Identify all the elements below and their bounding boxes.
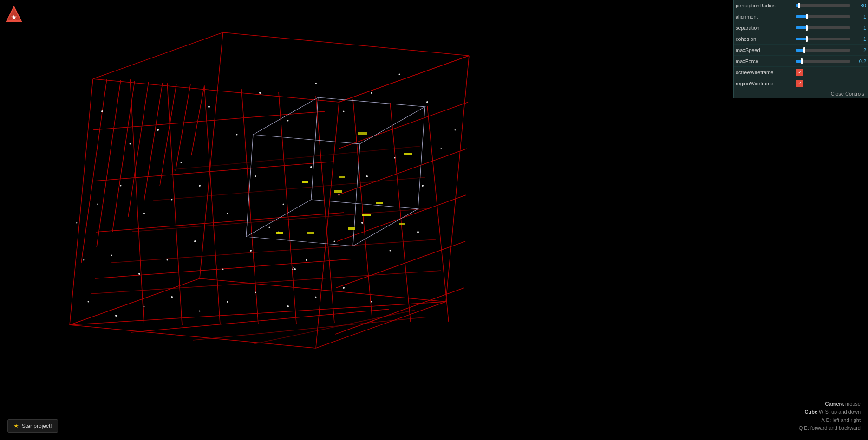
svg-point-95 (287, 305, 289, 307)
svg-rect-101 (358, 132, 367, 135)
star-project-button[interactable]: ★ Star project! (7, 419, 58, 433)
controls-panel: perceptionRadius30alignment1separation1c… (733, 0, 868, 98)
svg-rect-103 (334, 190, 342, 193)
slider-track-alignment[interactable] (796, 15, 850, 18)
slider-fill-cohesion (796, 38, 807, 40)
svg-rect-106 (307, 232, 314, 234)
control-checkbox-octreeWireframe[interactable]: ✓ (796, 69, 803, 76)
svg-line-13 (91, 271, 441, 294)
svg-marker-4 (93, 32, 469, 102)
svg-line-35 (93, 111, 325, 130)
svg-point-59 (315, 83, 317, 84)
svg-line-37 (96, 213, 344, 232)
svg-point-84 (334, 241, 335, 242)
svg-point-89 (115, 315, 117, 317)
svg-point-63 (426, 101, 428, 103)
qe-line: Q E: forward and backward (799, 424, 861, 433)
svg-line-10 (193, 317, 427, 340)
control-value-maxForce: 0.2 (852, 58, 866, 64)
slider-track-maxForce[interactable] (796, 60, 850, 63)
svg-point-67 (199, 185, 201, 187)
svg-point-62 (399, 74, 400, 75)
svg-point-93 (227, 301, 228, 303)
slider-thumb-alignment (806, 14, 808, 19)
svg-point-100 (269, 227, 270, 228)
control-label-perceptionRadius: perceptionRadius (736, 3, 796, 8)
svg-point-69 (255, 175, 256, 177)
slider-thumb-perceptionRadius (798, 3, 800, 8)
svg-point-94 (255, 292, 256, 293)
svg-line-21 (241, 89, 258, 324)
slider-track-maxSpeed[interactable] (796, 49, 850, 52)
svg-rect-110 (276, 232, 283, 234)
control-row-maxSpeed: maxSpeed2 (734, 45, 868, 56)
svg-point-74 (394, 157, 396, 159)
svg-point-99 (294, 268, 296, 270)
control-value-maxSpeed: 2 (852, 47, 866, 53)
svg-point-53 (157, 129, 159, 131)
svg-rect-102 (404, 153, 412, 155)
camera-line: Camera mouse (799, 400, 861, 408)
svg-point-66 (171, 199, 173, 201)
svg-line-14 (111, 239, 436, 263)
camera-key: Camera (825, 401, 844, 407)
slider-thumb-cohesion (806, 36, 808, 42)
slider-thumb-separation (806, 25, 808, 31)
cube-key: Cube (805, 409, 818, 414)
checkmark-regionWireframe: ✓ (798, 81, 802, 86)
control-label-regionWireframe: regionWireframe (736, 81, 796, 86)
svg-point-65 (143, 213, 145, 214)
slider-track-cohesion[interactable] (796, 38, 850, 40)
svg-point-116 (455, 129, 456, 131)
svg-point-57 (259, 92, 261, 94)
control-row-alignment: alignment1 (734, 11, 868, 22)
svg-point-61 (371, 92, 372, 94)
control-checkbox-regionWireframe[interactable]: ✓ (796, 80, 803, 87)
svg-point-71 (310, 166, 312, 168)
svg-point-51 (101, 110, 103, 112)
svg-point-90 (144, 306, 145, 307)
svg-point-77 (138, 273, 140, 275)
svg-point-79 (194, 240, 196, 242)
svg-line-40 (339, 102, 468, 149)
control-label-cohesion: cohesion (736, 36, 796, 42)
svg-point-55 (208, 106, 210, 108)
svg-line-28 (97, 80, 121, 247)
camera-mouse: mouse (845, 401, 861, 407)
svg-point-60 (343, 111, 345, 112)
svg-point-78 (167, 259, 168, 261)
svg-point-80 (222, 269, 224, 270)
svg-point-112 (76, 222, 78, 224)
control-slider-wrap-maxSpeed: 2 (796, 47, 866, 53)
slider-track-separation[interactable] (796, 26, 850, 29)
svg-point-114 (97, 204, 98, 205)
control-slider-wrap-alignment: 1 (796, 14, 866, 19)
svg-rect-107 (348, 227, 355, 230)
slider-thumb-maxForce (801, 58, 803, 64)
svg-point-73 (366, 175, 368, 177)
svg-point-83 (306, 259, 307, 261)
control-slider-wrap-cohesion: 1 (796, 36, 866, 42)
slider-thumb-maxSpeed (803, 47, 805, 53)
svg-line-11 (254, 310, 415, 344)
star-icon: ★ (13, 422, 19, 429)
svg-line-16 (153, 177, 425, 201)
svg-line-44 (335, 288, 464, 334)
svg-point-52 (130, 143, 131, 145)
control-label-alignment: alignment (736, 14, 796, 19)
control-row-separation: separation1 (734, 22, 868, 33)
control-row-octreeWireframe: octreeWireframe✓ (734, 67, 868, 78)
svg-line-41 (338, 149, 467, 195)
svg-point-76 (111, 255, 112, 256)
svg-point-87 (417, 231, 419, 233)
close-controls-button[interactable]: Close Controls (831, 91, 864, 97)
slider-track-perceptionRadius[interactable] (796, 4, 850, 7)
svg-line-15 (132, 208, 430, 232)
control-label-maxSpeed: maxSpeed (736, 47, 796, 53)
svg-point-92 (199, 311, 201, 312)
slider-fill-separation (796, 26, 807, 29)
svg-line-23 (316, 96, 334, 323)
svg-line-31 (144, 83, 163, 201)
svg-line-8 (200, 32, 223, 278)
svg-point-72 (339, 194, 340, 196)
